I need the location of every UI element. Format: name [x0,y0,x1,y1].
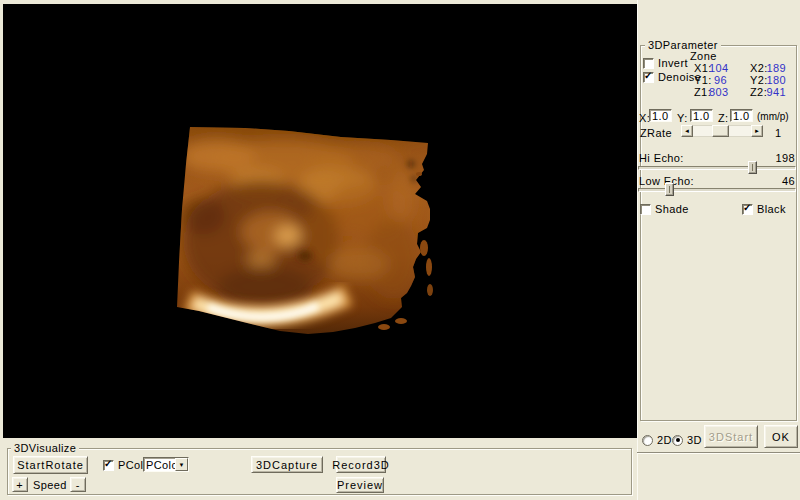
invert-label: Invert [658,57,688,69]
check-icon: ✓ [743,202,751,213]
zone-z2-value: 941 [765,86,786,98]
hi-echo-label: Hi Echo: [639,152,684,164]
invert-checkbox[interactable]: ✓ Invert [643,57,688,69]
mode-2d-radio-circle[interactable] [642,435,653,446]
parameter-groupbox [640,45,797,421]
zone-x1-label: X1: [694,62,709,74]
pcolor-dropdown[interactable]: PColor ▼ [143,457,189,472]
zrate-scrollbar-thumb[interactable] [712,125,729,137]
low-echo-slider-thumb[interactable] [665,183,674,196]
scale-unit-label: (mm/p) [757,111,789,122]
right-panel-divider [637,452,800,454]
record-3d-button[interactable]: Record3D [336,456,386,473]
zone-z1-value: 803 [709,86,727,98]
mode-3d-radio[interactable]: 3D [672,434,702,446]
zone-readout: X1: 104 X2: 189 Y1: 96 Y2: 180 Z1: 803 Z… [694,62,786,98]
scale-x-input[interactable] [649,109,672,122]
capture-3d-button[interactable]: 3DCapture [251,456,323,473]
preview-button[interactable]: Preview [336,477,384,493]
hi-echo-slider-track[interactable] [638,166,796,170]
zone-y1-value: 96 [709,74,727,86]
check-icon: ✓ [104,458,112,469]
zrate-label: ZRate [640,127,672,139]
low-echo-value: 46 [765,175,795,187]
zrate-right-arrow-icon[interactable]: ► [751,125,763,137]
start-rotate-button[interactable]: StartRotate [13,456,88,474]
low-echo-slider-track[interactable] [638,188,796,192]
check-icon: ✓ [644,70,652,81]
scale-z-input[interactable] [730,109,753,122]
zone-z1-label: Z1: [694,86,709,98]
ultrasound-render-3d [3,4,637,438]
zone-x1-value: 104 [709,62,727,74]
zone-y2-value: 180 [765,74,786,86]
zone-y2-label: Y2: [750,74,765,86]
visualize-groupbox-title: 3DVisualize [11,442,79,454]
ok-button[interactable]: OK [764,425,798,448]
zrate-value: 1 [775,127,782,139]
render-viewport[interactable] [3,4,637,438]
hi-echo-value: 198 [765,152,795,164]
zone-x2-value: 189 [765,62,786,74]
mode-2d-label: 2D [657,434,672,446]
speed-minus-button[interactable]: - [70,477,86,492]
black-checkbox-box[interactable]: ✓ [742,204,753,215]
zrate-left-arrow-icon[interactable]: ◄ [681,125,693,137]
radio-dot [676,438,680,442]
mode-3d-radio-circle[interactable] [672,435,683,446]
zone-z2-label: Z2: [750,86,765,98]
speed-label: Speed [33,479,67,491]
denoise-checkbox[interactable]: ✓ Denoise [643,71,701,83]
shade-label: Shade [655,203,689,215]
zrate-scrollbar-track[interactable] [693,125,751,137]
scale-y-input[interactable] [690,109,713,122]
scale-y-label: Y: [677,112,688,124]
mode-3d-label: 3D [687,434,702,446]
app-window: 3DParameter ✓ Invert ✓ Denoise Zone X1: … [0,0,800,500]
zone-x2-label: X2: [750,62,765,74]
denoise-checkbox-box[interactable]: ✓ [643,72,654,83]
zrate-scrollbar[interactable]: ◄ ► [681,125,763,137]
hi-echo-slider-thumb[interactable] [748,161,757,174]
shade-checkbox[interactable]: ✓ Shade [640,203,689,215]
scale-z-label: Z: [718,112,729,124]
zone-y1-label: Y1: [694,74,709,86]
speed-plus-button[interactable]: + [12,477,28,492]
invert-checkbox-box[interactable]: ✓ [643,58,654,69]
black-checkbox[interactable]: ✓ Black [742,203,786,215]
shade-checkbox-box[interactable]: ✓ [640,204,651,215]
black-label: Black [757,203,786,215]
start3d-button[interactable]: 3DStart [704,425,758,448]
pcolor-checkbox-box[interactable]: ✓ [103,460,114,471]
dropdown-arrow-icon[interactable]: ▼ [175,458,188,471]
mode-2d-radio[interactable]: 2D [642,434,672,446]
zone-title: Zone [690,50,717,62]
pcolor-dropdown-value: PColor [144,458,175,471]
